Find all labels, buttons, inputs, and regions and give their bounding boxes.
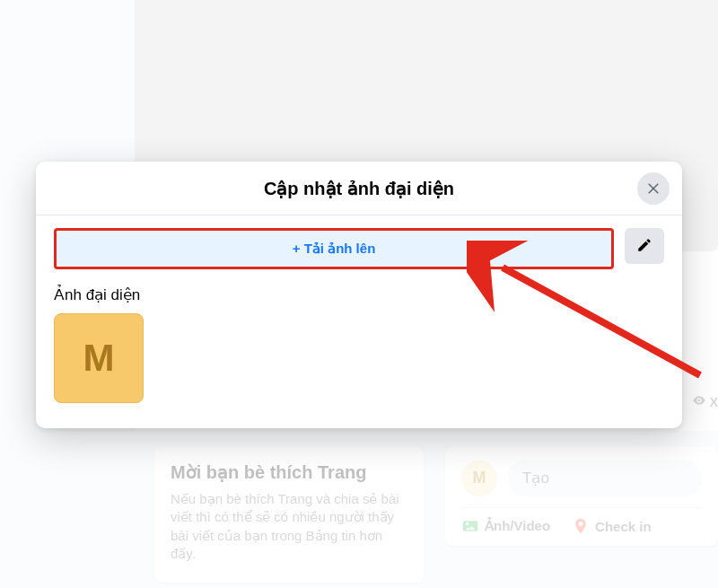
create-post-card: M Tạo Ảnh/Video Check in: [445, 447, 718, 546]
pencil-icon: [636, 237, 652, 256]
eye-icon: [692, 393, 706, 411]
create-post-input[interactable]: Tạo: [508, 460, 702, 496]
photo-icon: [461, 517, 479, 535]
create-post-placeholder: Tạo: [522, 470, 549, 487]
dialog-title: Cập nhật ảnh đại diện: [264, 178, 454, 199]
avatar-section-label: Ảnh đại diện: [54, 285, 664, 304]
close-icon: [645, 180, 661, 198]
upload-highlight-annotation: + Tải ảnh lên: [54, 228, 614, 269]
update-avatar-dialog: Cập nhật ảnh đại diện + Tải ảnh lên Ảnh …: [36, 162, 682, 428]
check-in-button[interactable]: Check in: [572, 517, 652, 535]
post-avatar-letter: M: [473, 469, 486, 487]
location-icon: [572, 517, 590, 535]
close-button[interactable]: [637, 172, 670, 205]
avatar-letter: M: [83, 337, 115, 380]
invite-friends-card: Mời bạn bè thích Trang Nếu bạn bè thích …: [154, 447, 424, 583]
post-avatar[interactable]: M: [461, 461, 497, 496]
view-as-text: X: [710, 395, 718, 409]
divider: [461, 507, 702, 508]
invite-title: Mời bạn bè thích Trang: [171, 461, 407, 483]
view-as-badge[interactable]: X: [692, 393, 718, 411]
invite-description: Nếu bạn bè thích Trang và chia sẻ bài vi…: [171, 490, 407, 563]
photo-video-button[interactable]: Ảnh/Video: [461, 517, 550, 535]
dialog-header: Cập nhật ảnh đại diện: [36, 162, 682, 215]
check-in-label: Check in: [595, 519, 652, 534]
upload-photo-label: + Tải ảnh lên: [293, 241, 376, 257]
avatar-thumbnail[interactable]: M: [54, 313, 144, 403]
upload-photo-button[interactable]: + Tải ảnh lên: [57, 231, 611, 267]
edit-button[interactable]: [625, 228, 664, 264]
photo-video-label: Ảnh/Video: [485, 518, 550, 534]
